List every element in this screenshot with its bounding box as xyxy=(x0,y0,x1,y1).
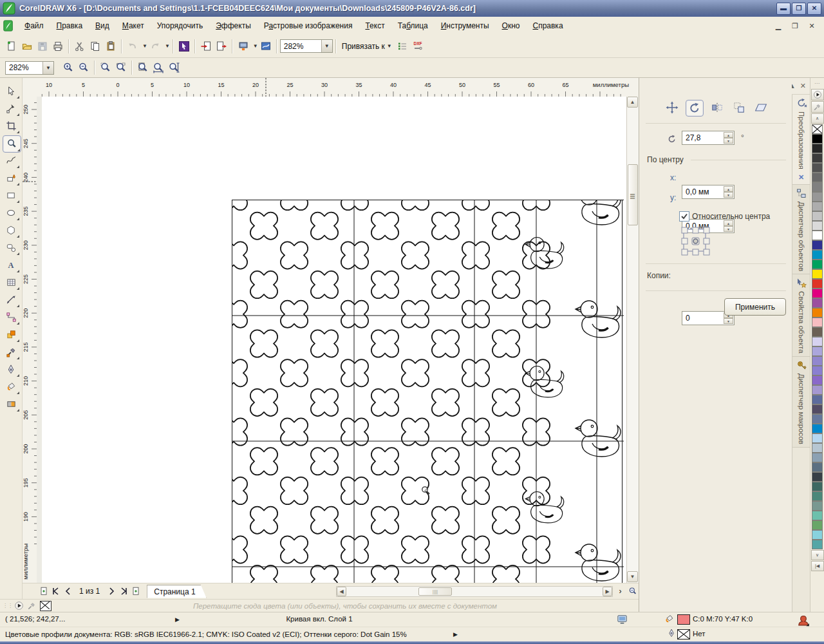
tool-polygon[interactable] xyxy=(3,222,20,238)
zoom-scroll-icon[interactable] xyxy=(627,586,638,597)
palette-scroll-down-icon[interactable]: ∨ xyxy=(811,550,824,560)
menu-item-Окно[interactable]: Окно xyxy=(496,18,527,33)
palette-eyedropper-button[interactable] xyxy=(811,101,824,113)
hscroll-thumb[interactable]: |||| xyxy=(418,587,452,596)
horizontal-scrollbar[interactable]: ◀ |||| ▶ xyxy=(336,586,613,597)
color-swatch[interactable] xyxy=(812,472,823,482)
color-swatch[interactable] xyxy=(812,462,823,472)
color-swatch[interactable] xyxy=(812,424,823,433)
scroll-down-button[interactable]: ▼ xyxy=(627,571,638,582)
color-swatch[interactable] xyxy=(812,404,823,414)
color-swatch[interactable] xyxy=(812,279,823,289)
color-swatch[interactable] xyxy=(812,511,823,520)
palette-flyout-button[interactable] xyxy=(14,600,24,611)
export-button[interactable] xyxy=(214,39,229,54)
color-swatch[interactable] xyxy=(812,433,823,443)
tool-fill[interactable] xyxy=(3,379,20,395)
menu-item-Правка[interactable]: Правка xyxy=(50,18,89,33)
menu-item-Упорядочить[interactable]: Упорядочить xyxy=(151,18,209,33)
welcome-screen-button[interactable] xyxy=(258,39,274,54)
minimize-button[interactable]: ▬ xyxy=(776,3,791,15)
previous-page-button[interactable] xyxy=(62,586,73,597)
zoom-in-button[interactable] xyxy=(61,60,76,75)
color-swatch[interactable] xyxy=(812,317,823,327)
snap-to-dropdown[interactable]: Привязать к▼ xyxy=(339,41,395,52)
combo-arrow-icon[interactable]: ▼ xyxy=(321,40,332,52)
menu-item-Макет[interactable]: Макет xyxy=(116,18,151,33)
menu-item-Инструменты[interactable]: Инструменты xyxy=(435,18,496,33)
color-swatch[interactable] xyxy=(812,134,823,144)
transform-rotate-button[interactable] xyxy=(686,100,704,117)
color-swatch[interactable] xyxy=(812,269,823,279)
tool-shape[interactable] xyxy=(3,100,20,117)
options-button[interactable] xyxy=(395,39,410,54)
center-x-field[interactable]: 0,0 мм ▲▼ xyxy=(682,185,735,199)
color-swatch[interactable] xyxy=(812,385,823,395)
color-swatch[interactable] xyxy=(812,298,823,308)
palette-scroll-up-icon[interactable]: ∧ xyxy=(811,113,824,124)
color-swatch[interactable] xyxy=(812,192,823,202)
docker-tab-transformations[interactable]: Преобразования✕ xyxy=(792,95,810,185)
page-tab[interactable]: Страница 1 xyxy=(147,585,206,598)
tool-freehand[interactable] xyxy=(3,153,20,169)
apply-button[interactable]: Применить xyxy=(724,298,786,316)
horizontal-ruler[interactable]: 10505101520253035404550556065миллиметры xyxy=(23,78,639,97)
color-swatch[interactable] xyxy=(812,414,823,424)
menu-item-Вид[interactable]: Вид xyxy=(89,18,116,33)
cut-button[interactable] xyxy=(72,39,88,54)
application-launcher-dropdown-arrow[interactable]: ▼ xyxy=(253,43,258,49)
tool-crop[interactable] xyxy=(3,118,20,134)
tool-text[interactable]: A xyxy=(3,257,20,273)
new-document-button[interactable] xyxy=(4,39,19,54)
tool-interactive-fill[interactable] xyxy=(3,396,20,412)
pan-right-button[interactable]: › xyxy=(615,586,626,597)
tool-ellipse[interactable] xyxy=(3,205,20,221)
color-swatch[interactable] xyxy=(812,240,823,250)
tool-color-eyedropper[interactable] xyxy=(3,344,20,360)
color-swatch[interactable] xyxy=(812,211,823,221)
color-swatch[interactable] xyxy=(812,356,823,366)
redo-button[interactable] xyxy=(147,39,163,54)
color-swatch[interactable] xyxy=(812,231,823,240)
tool-parallel-dimension[interactable] xyxy=(3,292,20,308)
scroll-left-button[interactable]: ◀ xyxy=(337,587,346,596)
menu-item-Эффекты[interactable]: Эффекты xyxy=(209,18,258,33)
zoom-selected-button[interactable] xyxy=(98,60,113,75)
tool-connector[interactable] xyxy=(3,309,20,325)
zoom-page-width-button[interactable] xyxy=(151,60,166,75)
search-content-button[interactable] xyxy=(176,39,192,54)
combo-arrow-icon[interactable]: ▼ xyxy=(42,62,53,74)
relative-center-checkbox[interactable] xyxy=(679,211,689,222)
transform-position-button[interactable] xyxy=(664,100,680,115)
transform-scale-mirror-button[interactable] xyxy=(709,100,726,115)
color-swatch[interactable] xyxy=(812,260,823,269)
color-swatch[interactable] xyxy=(812,173,823,182)
tool-zoom[interactable] xyxy=(3,135,21,153)
transform-size-button[interactable] xyxy=(731,100,747,115)
eyedropper-icon[interactable] xyxy=(26,600,37,611)
color-swatch[interactable] xyxy=(812,540,823,549)
docker-tab-object-properties[interactable]: Свойства объекта xyxy=(792,274,810,357)
color-swatch[interactable] xyxy=(812,482,823,491)
palette-flyout-button[interactable] xyxy=(811,89,824,100)
redo-dropdown-arrow[interactable]: ▼ xyxy=(165,43,170,49)
color-swatch[interactable] xyxy=(812,327,823,337)
title-bar[interactable]: CorelDRAW X6 - [D:\Documents and Setting… xyxy=(0,0,824,17)
scroll-up-button[interactable]: ▲ xyxy=(627,97,638,108)
palette-drag-dots[interactable]: ⋯ xyxy=(810,78,824,88)
zoom-level-combo[interactable]: 282%▼ xyxy=(280,39,333,53)
color-swatch[interactable] xyxy=(812,346,823,356)
color-swatch[interactable] xyxy=(812,375,823,385)
color-swatch[interactable] xyxy=(812,491,823,501)
close-button[interactable]: ✕ xyxy=(807,3,821,15)
tool-pick[interactable] xyxy=(3,83,20,99)
menu-item-Файл[interactable]: Файл xyxy=(18,18,50,33)
save-button[interactable] xyxy=(35,39,50,54)
color-swatch[interactable] xyxy=(812,520,823,530)
first-page-button[interactable] xyxy=(50,586,61,597)
color-swatch[interactable] xyxy=(812,221,823,231)
color-swatch[interactable] xyxy=(812,289,823,298)
palette-expand-icon[interactable]: |◀ xyxy=(811,561,824,571)
profiles-flyout-arrow[interactable]: ▶ xyxy=(453,631,458,638)
scroll-right-button[interactable]: ▶ xyxy=(603,587,612,596)
